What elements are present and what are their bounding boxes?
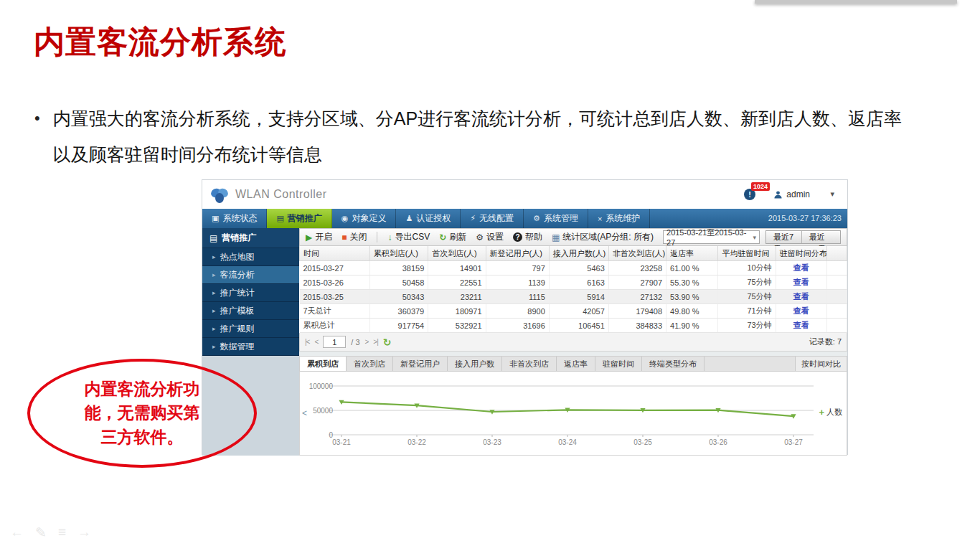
toolbar-button-label: 导出CSV bbox=[395, 231, 430, 243]
nav-tab-wireless-config[interactable]: ⚡无线配置 bbox=[461, 209, 524, 228]
main-content: ▶开启■关闭↓导出CSV↻刷新⚙设置?帮助▦统计区域(AP分组: 所有) 201… bbox=[299, 228, 847, 456]
stat-tab-connected-users[interactable]: 接入用户数 bbox=[448, 357, 502, 371]
nav-tab-label: 系统状态 bbox=[222, 212, 257, 225]
sidebar-item-promo-rules[interactable]: ▸推广规则 bbox=[202, 320, 299, 338]
stats-table: 时间累积到店(人)首次到店(人)新登记用户(人)接入用户数(人)非首次到店(人)… bbox=[299, 246, 847, 333]
cell: 22551 bbox=[428, 276, 486, 290]
start-icon: ▶ bbox=[306, 232, 312, 242]
stat-tab-cumulative-visits[interactable]: 累积到店 bbox=[300, 357, 347, 371]
stat-region-button[interactable]: ▦统计区域(AP分组: 所有) bbox=[552, 231, 654, 243]
user-caret-down-icon[interactable]: ▾ bbox=[830, 189, 834, 199]
nav-tab-label: 系统维护 bbox=[606, 212, 640, 225]
cell: 5463 bbox=[549, 261, 608, 276]
svg-text:50000: 50000 bbox=[313, 407, 333, 415]
gear-icon: ⚙ bbox=[533, 214, 540, 223]
last-7-days-button[interactable]: 最近7天 bbox=[766, 231, 801, 243]
view-link[interactable]: 查看 bbox=[793, 278, 809, 286]
toolbar-button-label: 设置 bbox=[486, 231, 504, 243]
cell: 查看 bbox=[776, 304, 826, 319]
stat-tab-dwell-time[interactable]: 驻留时间 bbox=[595, 357, 642, 371]
stat-tab-terminal-type-dist[interactable]: 终端类型分布 bbox=[642, 357, 705, 371]
page-input[interactable] bbox=[323, 336, 346, 348]
last-30-days-button[interactable]: 最近30天 bbox=[801, 231, 840, 243]
stat-tabs: 累积到店首次到店新登记用户接入用户数非首次到店返店率驻留时间终端类型分布 bbox=[300, 357, 705, 371]
quick-range-group: 最近7天 最近30天 bbox=[765, 230, 841, 244]
view-link[interactable]: 查看 bbox=[793, 292, 809, 301]
app-title: WLAN Controller bbox=[235, 188, 327, 201]
toolbar-button-label: 统计区域(AP分组: 所有) bbox=[562, 231, 654, 243]
cell: 71分钟 bbox=[718, 304, 776, 319]
username: admin bbox=[786, 189, 810, 199]
user-menu[interactable]: admin bbox=[773, 189, 810, 199]
nav-tab-label: 认证授权 bbox=[416, 212, 451, 225]
pen-icon[interactable]: ✎ bbox=[35, 524, 47, 541]
nav-tab-system-manage[interactable]: ⚙系统管理 bbox=[524, 209, 588, 228]
nav-tab-auth[interactable]: ♟认证授权 bbox=[396, 209, 461, 228]
refresh-icon[interactable]: ↻ bbox=[383, 336, 392, 348]
stat-tabs-bar: 累积到店首次到店新登记用户接入用户数非首次到店返店率驻留时间终端类型分布 按时间… bbox=[299, 356, 847, 372]
sidebar-item-promo-stats[interactable]: ▸推广统计 bbox=[202, 284, 299, 302]
chart-scroll-left-icon[interactable]: < bbox=[302, 408, 307, 418]
svg-text:0: 0 bbox=[329, 431, 333, 439]
monitor-icon: ▣ bbox=[212, 214, 219, 223]
sidebar-item-promo-template[interactable]: ▸推广模板 bbox=[202, 302, 299, 320]
date-range-select[interactable]: 2015-03-21至2015-03-27 ▾ bbox=[663, 230, 760, 244]
scrollbar-gutter bbox=[826, 304, 847, 319]
system-timestamp: 2015-03-27 17:36:23 bbox=[768, 209, 842, 228]
stat-tab-new-registered[interactable]: 新登记用户 bbox=[393, 357, 448, 371]
next-slide-icon[interactable]: → bbox=[77, 524, 91, 541]
cell: 38159 bbox=[369, 261, 428, 276]
app-body: ▤ 营销推广 ▸热点地图▸客流分析▸推广统计▸推广模板▸推广规则▸数据管理 ▶开… bbox=[202, 228, 847, 456]
sidebar-item-hotspot-map[interactable]: ▸热点地图 bbox=[202, 248, 299, 266]
settings-button[interactable]: ⚙设置 bbox=[476, 231, 504, 243]
stat-tab-first-visits[interactable]: 首次到店 bbox=[347, 357, 393, 371]
cell: 75分钟 bbox=[718, 290, 776, 304]
stat-tab-return-rate[interactable]: 返店率 bbox=[557, 357, 595, 371]
nav-tab-object-define[interactable]: ◉对象定义 bbox=[332, 209, 397, 228]
next-page-button[interactable]: > bbox=[365, 338, 369, 346]
cell: 5914 bbox=[549, 290, 608, 304]
cell: 42057 bbox=[549, 304, 608, 319]
prev-page-button[interactable]: < bbox=[314, 338, 318, 346]
cell: 75分钟 bbox=[718, 276, 776, 290]
scrollbar-gutter bbox=[826, 276, 847, 290]
chevron-right-icon: ▸ bbox=[212, 325, 216, 332]
cell: 23211 bbox=[428, 290, 486, 304]
column-header: 累积到店(人) bbox=[369, 246, 428, 261]
cell: 23258 bbox=[608, 261, 666, 276]
view-link[interactable]: 查看 bbox=[793, 263, 809, 272]
sidebar-item-data-management[interactable]: ▸数据管理 bbox=[202, 338, 299, 356]
nav-tab-label: 营销推广 bbox=[288, 212, 322, 225]
export-csv-button[interactable]: ↓导出CSV bbox=[387, 231, 430, 243]
user-icon bbox=[773, 190, 783, 199]
stop-button[interactable]: ■关闭 bbox=[341, 231, 367, 243]
cell: 50343 bbox=[369, 290, 428, 304]
sidebar-item-flow-analysis[interactable]: ▸客流分析 bbox=[202, 266, 299, 284]
table-row: 2015-03-255034323211111559142713253.90 %… bbox=[300, 290, 847, 304]
nav-tab-marketing[interactable]: ▤营销推广 bbox=[267, 209, 331, 228]
column-header: 驻留时间分布 bbox=[776, 246, 826, 261]
wlan-controller-screenshot: WLAN Controller ! 1024 admin ▾ ▣系统状态▤营销推… bbox=[202, 179, 848, 455]
last-page-button[interactable]: >| bbox=[373, 338, 377, 346]
cell: 查看 bbox=[776, 290, 826, 304]
view-link[interactable]: 查看 bbox=[793, 306, 809, 315]
first-page-button[interactable]: |< bbox=[305, 338, 309, 346]
cell: 2015-03-27 bbox=[300, 261, 370, 276]
nav-tab-label: 系统管理 bbox=[544, 212, 578, 225]
table-row: 累积总计9177545329213169610645138483341.90 %… bbox=[300, 319, 847, 333]
start-button[interactable]: ▶开启 bbox=[306, 231, 332, 243]
help-button[interactable]: ?帮助 bbox=[513, 231, 542, 243]
compare-by-time-button[interactable]: 按时间对比 bbox=[795, 357, 847, 371]
svg-text:03-23: 03-23 bbox=[483, 438, 501, 446]
cell: 106451 bbox=[549, 319, 608, 333]
chevron-down-icon: ▾ bbox=[753, 234, 756, 241]
nav-tab-system-maintain[interactable]: ×系统维护 bbox=[588, 209, 650, 228]
prev-slide-icon[interactable]: ← bbox=[10, 524, 24, 541]
view-link[interactable]: 查看 bbox=[793, 321, 809, 329]
nav-tab-system-status[interactable]: ▣系统状态 bbox=[202, 209, 267, 228]
menu-icon[interactable]: ≡ bbox=[58, 524, 66, 541]
scrollbar-gutter bbox=[826, 246, 847, 261]
cell: 532921 bbox=[428, 319, 486, 333]
refresh-button[interactable]: ↻刷新 bbox=[439, 231, 466, 243]
stat-tab-returning-visits[interactable]: 非首次到店 bbox=[502, 357, 557, 371]
